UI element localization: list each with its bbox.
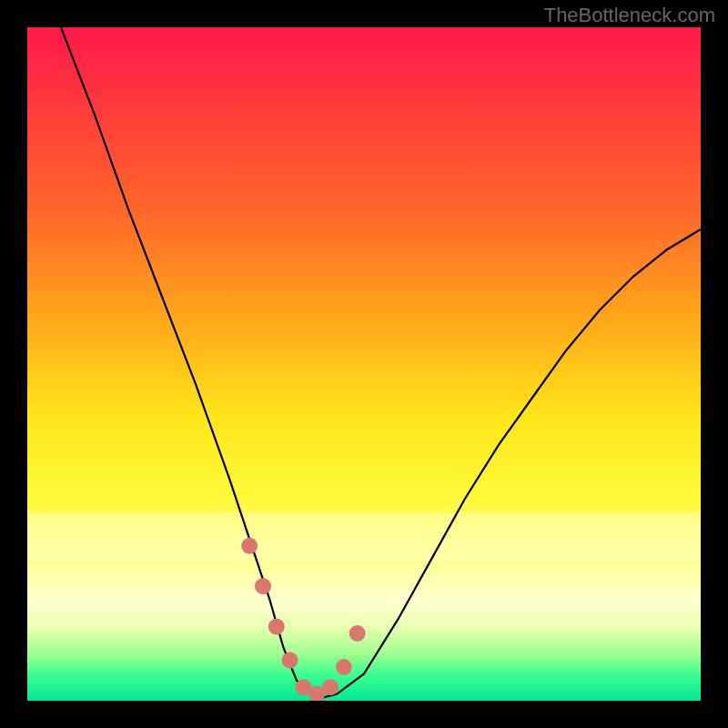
watermark-text: TheBottleneck.com <box>544 4 715 27</box>
marker-dot <box>268 619 285 635</box>
marker-dot <box>336 659 352 675</box>
optimal-zone-markers <box>241 538 365 701</box>
marker-dot <box>349 625 366 642</box>
marker-dot <box>282 652 298 669</box>
bottleneck-curve-path <box>61 27 701 697</box>
marker-dot <box>255 578 271 594</box>
chart-svg <box>27 27 701 701</box>
marker-dot <box>241 538 258 554</box>
marker-dot <box>322 679 339 695</box>
chart-plot-area <box>27 27 701 701</box>
